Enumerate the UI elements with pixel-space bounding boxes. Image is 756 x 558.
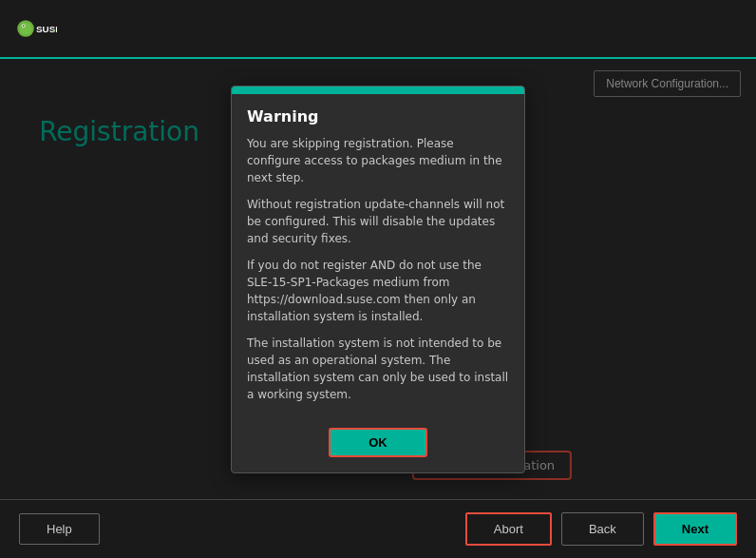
dialog-body: You are skipping registration. Please co… [232,135,524,418]
dialog-paragraph-3: If you do not register AND do not use th… [247,257,509,325]
svg-point-5 [53,30,55,32]
svg-text:SUSE: SUSE [36,24,57,34]
next-button[interactable]: Next [653,512,737,546]
footer-left: Help [19,513,100,545]
footer-right: Abort Back Next [465,512,737,546]
abort-button[interactable]: Abort [465,512,552,546]
dialog-paragraph-2: Without registration update-channels wil… [247,196,509,247]
footer: Help Abort Back Next [0,499,756,558]
svg-point-3 [23,25,25,27]
dialog-paragraph-4: The installation system is not intended … [247,335,509,403]
dialog-title: Warning [232,94,524,135]
dialog-footer: OK [232,418,524,472]
back-button[interactable]: Back [561,512,644,546]
suse-logo: SUSE [15,8,57,49]
header: SUSE [0,0,756,59]
suse-logo-svg: SUSE [15,8,57,49]
dialog-paragraph-1: You are skipping registration. Please co… [247,135,509,186]
dialog-overlay: Warning You are skipping registration. P… [0,59,756,499]
main-area: Network Configuration... Registration rv… [0,59,756,499]
svg-point-1 [19,22,31,34]
ok-button[interactable]: OK [329,428,427,457]
warning-dialog: Warning You are skipping registration. P… [231,86,525,473]
help-button[interactable]: Help [19,513,100,545]
dialog-progress-bar [232,87,524,94]
